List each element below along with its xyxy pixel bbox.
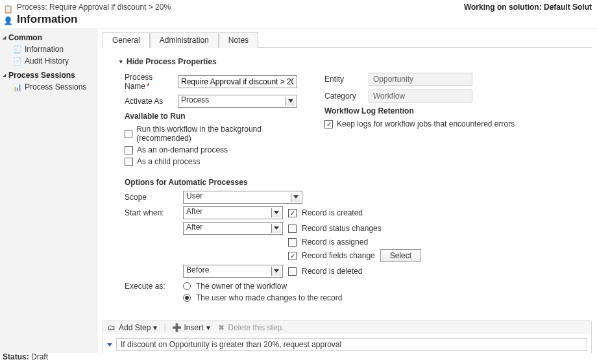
deleted-label: Record is deleted [302, 267, 362, 276]
add-step-label: Add Step [119, 323, 151, 332]
log-retention-header: Workflow Log Retention [324, 106, 578, 115]
after-1-value: After [186, 207, 202, 216]
owner-label: The owner of the workflow [196, 282, 287, 291]
solution-label: Working on solution: Default Solut [464, 3, 592, 12]
sidebar-group-label: Common [8, 33, 42, 42]
sidebar-group-process-sessions[interactable]: Process Sessions [3, 71, 94, 80]
background-checkbox[interactable] [125, 130, 132, 138]
after-2-value: After [186, 223, 202, 232]
ondemand-label: As an on-demand process [137, 145, 228, 154]
process-name-input[interactable] [178, 75, 297, 88]
chevron-down-icon [274, 211, 279, 214]
step-title-input[interactable]: If discount on Opportunity is greater th… [116, 338, 587, 351]
required-indicator: * [147, 82, 150, 91]
information-icon: 🧾 [13, 45, 22, 54]
audit-icon: 📄 [13, 56, 22, 66]
auto-processes-header: Options for Automatic Processes [125, 178, 578, 187]
select-fields-button[interactable]: Select [380, 249, 421, 262]
owner-radio[interactable] [183, 282, 191, 290]
chevron-down-icon [274, 226, 279, 230]
ondemand-checkbox[interactable] [125, 146, 133, 154]
category-value: Workflow [369, 90, 472, 103]
sidebar-item-label: Information [25, 45, 64, 54]
record-created-checkbox[interactable] [288, 209, 297, 217]
process-icon: 📋 [3, 4, 13, 14]
start-when-label: Start when: [125, 208, 178, 217]
sidebar-item-process-sessions[interactable]: 📊 Process Sessions [3, 81, 94, 93]
activate-as-label: Activate As [125, 97, 178, 106]
page-title: Information [17, 13, 171, 26]
sidebar: Common 🧾 Information 📄 Audit History Pro… [0, 29, 97, 353]
sidebar-group-label: Process Sessions [8, 71, 75, 80]
keep-logs-label: Keep logs for workflow jobs that encount… [337, 119, 515, 128]
tab-notes[interactable]: Notes [219, 32, 258, 48]
delete-label: Delete this step. [228, 323, 284, 332]
step-title-text: If discount on Opportunity is greater th… [121, 340, 341, 349]
status-label: Status: [3, 352, 29, 361]
execute-as-label: Execute as: [125, 282, 178, 291]
assigned-checkbox[interactable] [288, 238, 297, 247]
sidebar-item-label: Process Sessions [25, 82, 86, 91]
process-prefix: Process: [17, 3, 49, 12]
background-label: Run this workflow in the background (rec… [136, 125, 305, 143]
user-changed-label: The user who made changes to the record [196, 293, 342, 302]
user-changed-radio[interactable] [183, 294, 191, 302]
assigned-label: Record is assigned [302, 237, 368, 247]
entity-label: Entity [324, 75, 369, 84]
tab-administration[interactable]: Administration [150, 32, 219, 48]
sidebar-group-common[interactable]: Common [3, 33, 94, 42]
start-when-after-1-select[interactable]: After [183, 206, 283, 219]
scope-select[interactable]: User [183, 191, 302, 204]
before-value: Before [186, 265, 209, 274]
start-when-after-2-select[interactable]: After [183, 222, 283, 235]
sidebar-item-information[interactable]: 🧾 Information [3, 43, 94, 55]
hide-process-properties-toggle[interactable]: Hide Process Properties [119, 57, 597, 66]
insert-label: Insert [184, 323, 204, 332]
sidebar-item-audit-history[interactable]: 📄 Audit History [3, 55, 94, 67]
process-title: Require Approval if discount > 20% [49, 3, 171, 12]
section-toggle-label: Hide Process Properties [127, 57, 217, 66]
available-to-run-header: Available to Run [125, 112, 305, 121]
tab-general[interactable]: General [103, 32, 150, 48]
record-created-label: Record is created [302, 208, 363, 217]
delete-step-button: ✖ Delete this step. [217, 323, 284, 332]
fields-change-checkbox[interactable] [288, 252, 297, 260]
scope-value: User [186, 191, 202, 200]
activate-as-value: Process [181, 95, 209, 104]
scope-label: Scope [125, 193, 178, 202]
sidebar-item-label: Audit History [25, 56, 69, 66]
chevron-down-icon: ▾ [206, 323, 210, 332]
entity-value: Opportunity [369, 73, 472, 86]
insert-icon: ➕ [173, 323, 182, 332]
before-select[interactable]: Before [183, 265, 283, 278]
info-icon: 👤 [3, 16, 13, 26]
keep-logs-checkbox[interactable] [324, 120, 333, 128]
child-checkbox[interactable] [125, 158, 133, 166]
chevron-down-icon [288, 99, 293, 103]
step-collapse-toggle[interactable] [107, 343, 112, 346]
chevron-down-icon: ▾ [153, 323, 157, 332]
category-label: Category [324, 91, 369, 101]
status-changes-label: Record status changes [302, 224, 382, 233]
status-changes-checkbox[interactable] [288, 224, 297, 233]
chevron-down-icon [293, 195, 298, 199]
fields-change-label: Record fields change [302, 251, 375, 260]
deleted-checkbox[interactable] [288, 267, 297, 276]
insert-button[interactable]: ➕ Insert ▾ [173, 323, 210, 332]
sessions-icon: 📊 [13, 82, 22, 91]
chevron-down-icon [274, 269, 279, 273]
activate-as-select[interactable]: Process [178, 95, 297, 108]
separator: | [164, 323, 165, 332]
child-label: As a child process [137, 157, 200, 166]
add-step-icon: 🗂 [107, 323, 116, 332]
add-step-button[interactable]: 🗂 Add Step ▾ [107, 323, 157, 332]
delete-icon: ✖ [217, 323, 226, 332]
status-value: Draft [31, 352, 48, 361]
